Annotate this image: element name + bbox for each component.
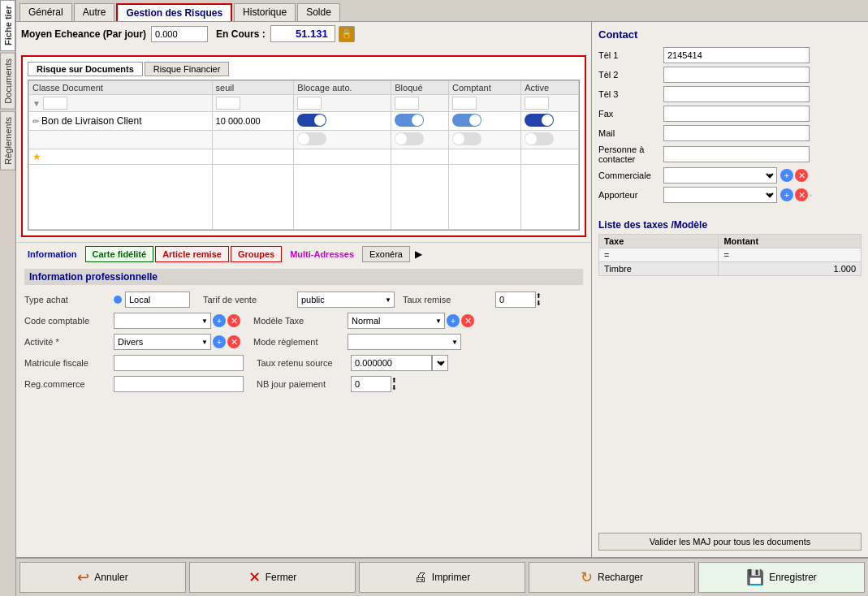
fax-input[interactable] — [663, 106, 810, 122]
modele-taxe-select[interactable]: Normal — [348, 313, 445, 329]
nb-jour-spinner[interactable]: ⬆⬇ — [391, 377, 397, 391]
matricule-fiscale-input[interactable] — [114, 355, 244, 371]
filter-comptant-input[interactable] — [452, 97, 477, 110]
risk-tab-financier[interactable]: Risque Financier — [145, 62, 230, 76]
filter-active-input[interactable] — [525, 97, 549, 110]
tel3-input[interactable] — [663, 86, 810, 102]
info-tab-exonera[interactable]: Exonéra — [362, 246, 410, 262]
imprimer-button[interactable]: 🖨 Imprimer — [359, 562, 525, 593]
taux-remise-input[interactable] — [495, 292, 536, 308]
filter-blocage-input[interactable] — [297, 97, 322, 110]
left-panel: Moyen Echeance (Par jour) En Cours : 🔒 R… — [16, 22, 592, 557]
code-comptable-wrapper — [114, 313, 211, 329]
taux-retenu-input[interactable] — [351, 355, 432, 371]
nb-jour-input[interactable] — [351, 376, 391, 392]
vtab-reglements[interactable]: Règlements — [0, 111, 15, 171]
tax-timbre-value: 1.000 — [719, 262, 862, 276]
code-comptable-del-btn[interactable]: ✕ — [227, 314, 240, 327]
form-row-matricule: Matricule fiscale Taux retenu source — [24, 355, 583, 371]
activite-add-btn[interactable]: + — [213, 335, 226, 348]
toggle-comptant[interactable] — [452, 114, 482, 127]
recharger-button[interactable]: ↻ Recharger — [529, 562, 695, 593]
apporteur-add-btn[interactable]: + — [780, 188, 793, 201]
risk-section: Risque sur Documents Risque Financier Cl… — [21, 55, 586, 237]
info-tab-information[interactable]: Information — [21, 247, 84, 261]
toggle-blocage-auto[interactable] — [297, 114, 326, 127]
form-row-code-comptable: Code comptable + ✕ Modèle Taxe — [24, 313, 583, 329]
imprimer-label: Imprimer — [432, 572, 470, 583]
commerciale-select[interactable] — [663, 167, 777, 184]
contact-row-apporteur: Apporteur + ✕ · — [598, 187, 862, 203]
annuler-button[interactable]: ↩ Annuler — [19, 562, 186, 593]
vtab-documents[interactable]: Documents — [0, 53, 15, 110]
annuler-icon: ↩ — [77, 568, 89, 586]
taux-remise-spinner[interactable]: ⬆⬇ — [536, 292, 542, 307]
commerciale-label: Commerciale — [598, 171, 663, 180]
contact-row-fax: Fax — [598, 106, 862, 122]
filter-bloque-input[interactable] — [395, 97, 419, 110]
reg-commerce-input[interactable] — [114, 376, 244, 392]
moyen-echeance-input[interactable] — [151, 26, 208, 42]
col-active: Active — [521, 81, 579, 95]
tab-general[interactable]: Général — [19, 3, 72, 21]
contact-title: Contact — [598, 28, 862, 41]
tel2-input[interactable] — [663, 67, 810, 83]
lock-icon[interactable]: 🔒 — [339, 26, 355, 42]
tab-solde[interactable]: Solde — [297, 3, 340, 21]
commerciale-del-btn[interactable]: ✕ — [795, 169, 808, 182]
info-tab-arrow[interactable]: ▶ — [412, 247, 425, 261]
content-area: Général Autre Gestion des Risques Histor… — [16, 0, 868, 596]
risk-data-row-1: ✏ Bon de Livraison Client 10 000.000 — [29, 112, 579, 131]
info-tab-carte-fidelite[interactable]: Carte fidélité — [85, 246, 154, 262]
toggle-bloque-2[interactable] — [395, 132, 424, 145]
fermer-button[interactable]: ✕ Fermer — [189, 562, 356, 593]
validate-btn-row: Valider les MAJ pour tous les documents — [592, 526, 868, 557]
toggle-active[interactable] — [525, 114, 554, 127]
filter-seuil-input[interactable] — [216, 97, 240, 110]
validate-btn[interactable]: Valider les MAJ pour tous les documents — [598, 533, 862, 551]
enregistrer-icon: 💾 — [746, 568, 764, 586]
info-tab-article-remise[interactable]: Article remise — [155, 246, 229, 262]
apporteur-add-del: + ✕ · — [779, 188, 812, 201]
vtab-fiche-tier[interactable]: Fiche tier — [0, 0, 15, 51]
tarif-vente-select[interactable]: public — [297, 292, 395, 308]
apporteur-del-btn[interactable]: ✕ — [795, 188, 808, 201]
imprimer-icon: 🖨 — [414, 570, 427, 585]
commerciale-add-btn[interactable]: + — [780, 169, 793, 182]
tab-autre[interactable]: Autre — [74, 3, 115, 21]
modele-taxe-add-btn[interactable]: + — [447, 314, 460, 327]
tel1-input[interactable] — [663, 47, 810, 63]
toggle-bloque[interactable] — [395, 114, 424, 127]
type-achat-input[interactable] — [125, 292, 190, 308]
risk-tab-documents[interactable]: Risque sur Documents — [28, 62, 143, 76]
filter-classe-input[interactable] — [43, 97, 67, 110]
toggle-active-2[interactable] — [525, 132, 554, 145]
tab-gestion-risques[interactable]: Gestion des Risques — [116, 3, 232, 21]
mail-input[interactable] — [663, 125, 810, 141]
edit-row-icon[interactable]: ✏ — [32, 117, 39, 126]
add-row-icon[interactable]: ★ — [32, 151, 41, 162]
code-comptable-select[interactable] — [114, 313, 211, 329]
activite-select[interactable]: Divers — [114, 334, 211, 350]
personne-input[interactable] — [663, 146, 810, 162]
mode-reglement-select[interactable] — [348, 334, 461, 350]
toggle-comptant-2[interactable] — [452, 132, 482, 145]
tab-historique[interactable]: Historique — [234, 3, 296, 21]
info-tab-groupes[interactable]: Groupes — [231, 246, 282, 262]
info-tab-multi-adresses[interactable]: Multi-Adresses — [283, 247, 361, 261]
code-comptable-add-btn[interactable]: + — [213, 314, 226, 327]
taux-retenu-select[interactable] — [432, 355, 448, 371]
apporteur-select[interactable] — [663, 187, 777, 203]
right-panel: Contact Tèl 1 Tèl 2 Tèl 3 Fax — [592, 22, 868, 557]
contact-row-mail: Mail — [598, 125, 862, 141]
commerciale-add-del: + ✕ — [779, 169, 808, 182]
enregistrer-button[interactable]: 💾 Enregistrer — [698, 562, 865, 593]
contact-row-personne: Personne à contacter — [598, 145, 862, 164]
modele-taxe-del-btn[interactable]: ✕ — [461, 314, 474, 327]
en-cours-input[interactable] — [270, 25, 335, 42]
mode-reglement-wrapper — [348, 334, 461, 350]
activite-del-btn[interactable]: ✕ — [227, 335, 240, 348]
toggle-blocage-auto-2[interactable] — [297, 132, 326, 145]
recharger-icon: ↻ — [581, 568, 593, 586]
filter-icon: ▼ — [32, 99, 41, 108]
